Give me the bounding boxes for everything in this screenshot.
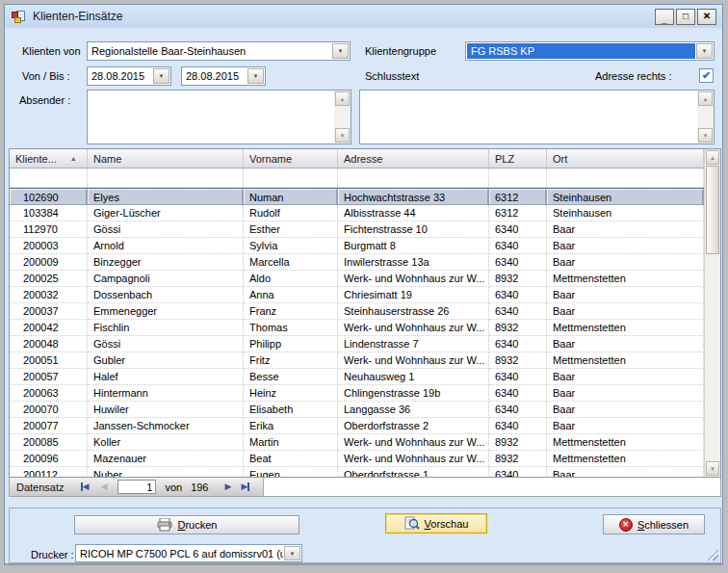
scrollbar-thumb[interactable] [706,166,719,254]
grid-cell[interactable]: Werk- und Wohnhaus zur W... [338,271,489,287]
grid-cell[interactable]: Philipp [244,336,338,352]
grid-cell[interactable]: Baar [547,221,704,238]
previous-record-button[interactable]: ◀ [97,482,110,491]
grid-cell[interactable]: Baar [547,254,704,271]
grid-cell[interactable]: Beat [244,451,338,467]
chevron-down-icon[interactable]: ▼ [332,43,349,59]
grid-cell[interactable]: 200063 [10,385,88,402]
absender-scrollbar[interactable]: ▲ ▼ [334,91,351,143]
table-row[interactable]: 102690ElyesNumanHochwachtstrasse 336312S… [10,188,704,205]
grid-cell[interactable]: Langgasse 36 [338,402,489,418]
grid-cell[interactable]: 6340 [489,418,547,434]
grid-cell[interactable]: Dossenbach [88,287,244,303]
grid-cell[interactable]: 200051 [10,352,88,369]
grid-cell[interactable]: Albisstrasse 44 [338,205,489,221]
table-row[interactable]: 200070HuwilerElisabethLanggasse 366340Ba… [10,402,704,418]
scroll-down-icon[interactable]: ▼ [706,461,719,476]
table-row[interactable]: 200112NuberEugenOberdorfstrasse 16340Baa… [10,467,704,477]
grid-cell[interactable]: 6340 [489,221,547,238]
grid-cell[interactable]: 6340 [489,385,547,402]
drucken-button[interactable]: Drucken [74,515,299,534]
grid-cell[interactable]: Lindenstrasse 7 [338,336,489,352]
grid-cell[interactable]: Inwilerstrasse 13a [338,254,489,271]
table-row[interactable]: 200057HalefBesseNeuhausweg 16340Baar [10,369,704,385]
grid-cell[interactable]: Binzegger [88,254,244,271]
klienten-von-select[interactable]: Regionalstelle Baar-Steinhausen ▼ [87,41,351,61]
schlusstext-scrollbar[interactable]: ▲ ▼ [697,91,714,143]
grid-cell[interactable]: Baar [547,418,704,434]
grid-cell[interactable]: 200003 [10,238,88,254]
scroll-down-icon[interactable]: ▼ [698,128,713,143]
first-record-button[interactable]: ◀ [78,482,92,491]
grid-cell[interactable]: Baar [547,385,704,402]
klientengruppe-select[interactable]: FG RSBS KP ▼ [465,41,715,61]
last-record-button[interactable]: ▶ [238,482,252,491]
grid-cell[interactable]: 200009 [10,254,88,271]
table-row[interactable]: 200085KollerMartinWerk- und Wohnhaus zur… [10,434,704,451]
grid-cell[interactable]: Erika [244,418,338,434]
scroll-down-icon[interactable]: ▼ [335,128,350,143]
schlusstext-textarea[interactable]: ▲ ▼ [359,90,715,144]
grid-cell[interactable]: Hochwachtstrasse 33 [338,189,489,205]
grid-cell[interactable]: 6340 [489,369,547,385]
resize-grip[interactable] [707,549,718,560]
chevron-down-icon[interactable]: ▼ [696,43,713,59]
grid-cell[interactable]: Arnold [88,238,244,254]
chevron-down-icon[interactable]: ▼ [153,68,169,84]
absender-textarea[interactable]: ▲ ▼ [87,90,351,144]
grid-filter-row[interactable] [10,169,704,188]
grid-cell[interactable]: Baar [547,303,704,320]
grid-cell[interactable]: 6340 [489,238,547,254]
grid-cell[interactable]: Baar [547,402,704,418]
table-row[interactable]: 200003ArnoldSylviaBurgmatt 86340Baar [10,238,704,254]
table-row[interactable]: 200009BinzeggerMarcellaInwilerstrasse 13… [10,254,704,271]
grid-cell[interactable]: Koller [88,434,244,451]
grid-cell[interactable]: Halef [88,369,244,385]
scroll-up-icon[interactable]: ▲ [706,150,719,165]
grid-cell[interactable]: 6340 [489,336,547,352]
table-row[interactable]: 200037EmmeneggerFranzSteinhauserstrasse … [10,303,704,320]
grid-cell[interactable]: 200077 [10,418,88,434]
grid-cell[interactable]: 8932 [489,434,547,451]
grid-cell[interactable]: 103384 [10,205,88,221]
grid-cell[interactable]: Steinhauserstrasse 26 [338,303,489,320]
grid-cell[interactable]: Chlingenstrasse 19b [338,385,489,402]
vorschau-button[interactable]: Vorschau [385,513,487,534]
table-row[interactable]: 200051GublerFritzWerk- und Wohnhaus zur … [10,352,704,369]
grid-cell[interactable]: Baar [547,287,704,303]
grid-cell[interactable]: Anna [244,287,338,303]
grid-cell[interactable]: 200057 [10,369,88,385]
grid-cell[interactable]: 6340 [489,402,547,418]
grid-cell[interactable]: 8932 [489,352,547,369]
grid-cell[interactable]: Werk- und Wohnhaus zur W... [338,434,489,451]
grid-cell[interactable]: Mettmenstetten [547,352,704,369]
grid-cell[interactable]: Steinhausen [547,189,704,205]
grid-cell[interactable]: 200112 [10,467,88,477]
grid-cell[interactable]: Janssen-Schmocker [88,418,244,434]
grid-cell[interactable]: 200048 [10,336,88,352]
grid-cell[interactable]: Sylvia [244,238,338,254]
chevron-down-icon[interactable]: ▼ [247,68,264,84]
date-from-select[interactable]: 28.08.2015 ▼ [87,66,171,86]
date-to-select[interactable]: 28.08.2015 ▼ [181,66,266,86]
table-row[interactable]: 200048GössiPhilippLindenstrasse 76340Baa… [10,336,704,352]
grid-cell[interactable]: Fischlin [88,320,244,336]
grid-cell[interactable]: Steinhausen [547,205,704,221]
grid-cell[interactable]: Fichtenstrasse 10 [338,221,489,238]
grid-cell[interactable]: 200096 [10,451,88,467]
grid-cell[interactable]: 6340 [489,287,547,303]
grid-cell[interactable]: 200070 [10,402,88,418]
grid-cell[interactable]: Hintermann [88,385,244,402]
scroll-up-icon[interactable]: ▲ [698,91,713,106]
maximize-button[interactable]: □ [676,9,695,25]
column-header-plz[interactable]: PLZ [489,149,547,168]
column-header-vorname[interactable]: Vorname [244,149,338,168]
grid-cell[interactable]: Huwiler [88,402,244,418]
grid-cell[interactable]: Werk- und Wohnhaus zur W... [338,320,489,336]
grid-cell[interactable]: Baar [547,336,704,352]
table-row[interactable]: 112970GössiEstherFichtenstrasse 106340Ba… [10,221,704,238]
grid-cell[interactable]: Baar [547,369,704,385]
grid-cell[interactable]: Thomas [244,320,338,336]
grid-cell[interactable]: Franz [244,303,338,320]
grid-cell[interactable]: Heinz [244,385,338,402]
